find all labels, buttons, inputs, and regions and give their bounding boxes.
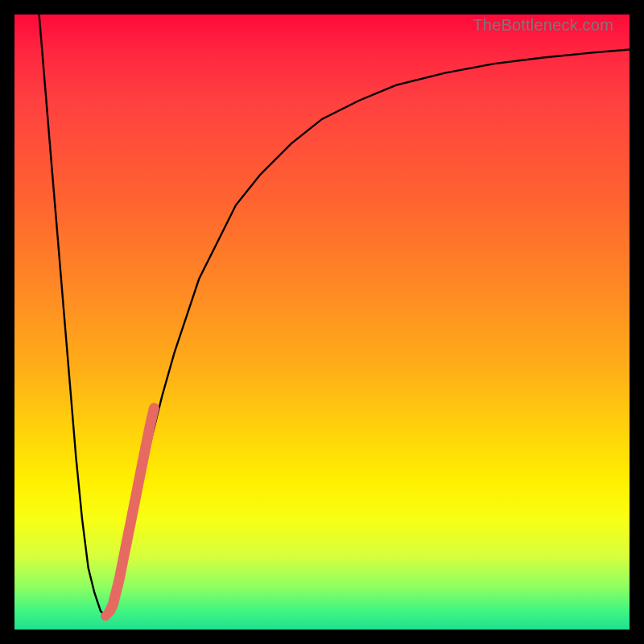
highlight-dots	[101, 609, 113, 621]
plot-area: TheBottleneck.com	[14, 14, 630, 630]
chart-svg	[14, 14, 630, 630]
chart-frame: TheBottleneck.com	[0, 0, 644, 644]
highlight-dot	[103, 609, 113, 618]
highlight-segment	[109, 408, 154, 611]
